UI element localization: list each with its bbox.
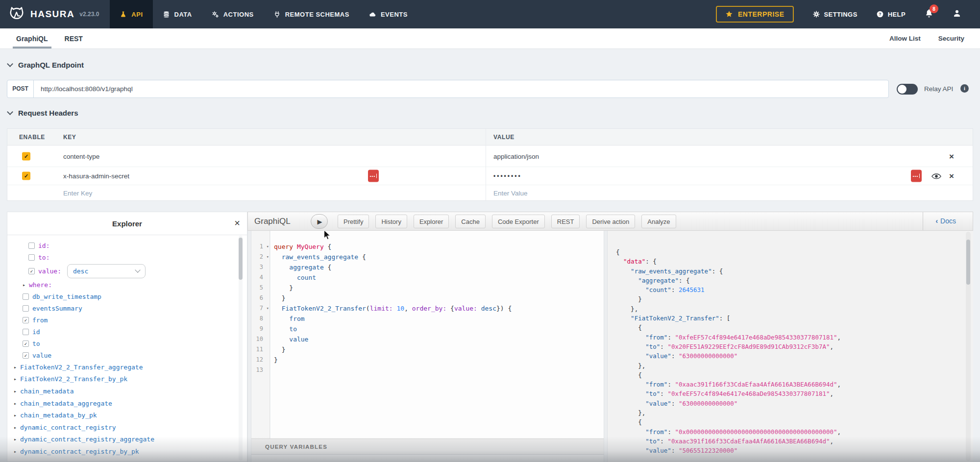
user-menu-button[interactable] [953, 9, 961, 20]
endpoint-url-input[interactable] [34, 80, 888, 97]
explorer-item[interactable]: db_write_timestamp [7, 291, 237, 302]
explorer-item[interactable]: ▸chain_metadata_by_pk [7, 409, 237, 421]
toolbar-button-code-exporter[interactable]: Code Exporter [492, 215, 545, 228]
checkbox-checked-icon[interactable]: ✓ [23, 317, 29, 323]
toolbar-buttons: PrettifyHistoryExplorerCacheCode Exporte… [338, 215, 676, 228]
toolbar-button-derive-action[interactable]: Derive action [586, 215, 635, 228]
request-headers-section-header[interactable]: Request Headers [8, 109, 78, 117]
scrollbar-thumb[interactable] [239, 238, 243, 280]
relay-info-icon[interactable]: i [960, 84, 969, 93]
explorer-editor-divider[interactable] [247, 230, 251, 462]
enterprise-button[interactable]: ENTERPRISE [716, 6, 793, 23]
expand-arrow-icon[interactable]: ▸ [14, 389, 17, 394]
explorer-item[interactable]: ▸chain_metadata_aggregate [7, 397, 237, 410]
toolbar-button-prettify[interactable]: Prettify [338, 215, 369, 228]
link-security[interactable]: Security [938, 35, 964, 42]
expand-arrow-icon[interactable]: ▸ [14, 425, 17, 430]
editor-response-divider[interactable] [604, 231, 608, 462]
secret-badge-icon[interactable]: ••• [368, 170, 379, 182]
checkbox-icon[interactable] [23, 293, 29, 300]
header-value[interactable]: application/json [493, 152, 539, 160]
explorer-item[interactable]: ▸FiatTokenV2_2_Transfer_by_pk [7, 373, 237, 386]
explorer-item[interactable]: ▸FiatTokenV2_2_Transfer_aggregate [7, 361, 237, 373]
header-row: ✓x-hasura-admin-secret••••••••••••••× [7, 167, 973, 185]
help-button[interactable]: ? HELP [876, 10, 906, 18]
fold-arrow-icon[interactable]: ▾ [267, 242, 269, 252]
expand-arrow-icon[interactable]: ▸ [14, 449, 17, 454]
query-variables-bar[interactable]: QUERY VARIABLES [251, 438, 604, 455]
expand-arrow-icon[interactable]: ▸ [23, 282, 25, 288]
tab-rest[interactable]: REST [63, 28, 84, 49]
link-allow-list[interactable]: Allow List [889, 35, 921, 42]
checkbox-icon[interactable] [28, 254, 35, 261]
expand-arrow-icon[interactable]: ▸ [14, 365, 17, 370]
expand-arrow-icon[interactable]: ▸ [14, 413, 17, 418]
query-editor[interactable]: query MyQuery { raw_events_aggregate { a… [270, 231, 604, 438]
checkbox-checked-icon[interactable]: ✓ [23, 352, 29, 359]
toolbar-button-history[interactable]: History [375, 215, 407, 228]
query-variables-editor[interactable] [251, 455, 604, 462]
explorer-item[interactable]: ✓from [7, 314, 237, 326]
checkbox-icon[interactable] [23, 329, 29, 335]
nav-item-data[interactable]: DATA [153, 0, 202, 28]
nav-item-events[interactable]: EVENTS [359, 0, 417, 28]
graphql-endpoint-section-header[interactable]: GraphQL Endpoint [8, 61, 84, 69]
expand-arrow-icon[interactable]: ▸ [14, 376, 17, 382]
docs-link[interactable]: ‹Docs [935, 217, 956, 225]
checkbox-checked-icon[interactable]: ✓ [28, 268, 35, 274]
response-line: "FiatTokenV2_2_Transfer": [ [616, 314, 973, 323]
chevron-down-icon [7, 109, 13, 115]
remove-header-icon[interactable]: × [949, 172, 954, 180]
toolbar-button-rest[interactable]: REST [551, 215, 580, 228]
fold-arrow-icon[interactable]: ▾ [267, 303, 269, 314]
explorer-item[interactable]: id [7, 326, 237, 338]
settings-button[interactable]: SETTINGS [812, 10, 858, 18]
explorer-item[interactable]: ▸dynamic_contract_registry_aggregate [7, 434, 237, 446]
explorer-item[interactable]: ▸dynamic_contract_registry [7, 421, 237, 434]
header-value-masked[interactable]: •••••••• [493, 172, 522, 179]
explorer-item[interactable]: to: [7, 251, 237, 263]
explorer-item[interactable]: id: [7, 240, 237, 251]
explorer-item[interactable]: ✓to [7, 338, 237, 349]
execute-query-button[interactable]: ▶ [311, 214, 328, 229]
explorer-item-label: value [32, 352, 51, 359]
explorer-item[interactable]: ✓value [7, 349, 237, 361]
toolbar-button-cache[interactable]: Cache [455, 215, 486, 228]
explorer-item[interactable]: ▸dynamic_contract_registry_by_pk [7, 445, 237, 458]
hasura-brand[interactable]: HASURA v2.23.0 [0, 5, 99, 23]
checkbox-checked-icon[interactable]: ✓ [23, 340, 29, 347]
line-number: 5 [251, 283, 270, 293]
header-key[interactable]: content-type [63, 152, 99, 160]
close-icon[interactable]: × [234, 218, 240, 228]
secret-badge-icon[interactable]: ••• [911, 170, 922, 182]
explorer-item[interactable]: ✓value:desc [7, 263, 237, 279]
new-header-key-input[interactable]: Enter Key [63, 190, 92, 197]
expand-arrow-icon[interactable]: ▸ [14, 437, 17, 442]
fold-arrow-icon[interactable]: ▾ [267, 252, 269, 262]
eye-icon[interactable] [931, 172, 941, 179]
header-key[interactable]: x-hasura-admin-secret [63, 172, 129, 180]
toolbar-button-analyze[interactable]: Analyze [641, 215, 676, 228]
explorer-item[interactable]: ▸chain_metadata [7, 385, 237, 397]
relay-api-toggle[interactable] [897, 84, 918, 95]
expand-arrow-icon[interactable]: ▸ [14, 401, 17, 406]
explorer-item[interactable]: ▸where: [7, 279, 237, 291]
nav-item-actions[interactable]: ACTIONS [202, 0, 264, 28]
checkbox-icon[interactable] [23, 305, 29, 312]
notifications-button[interactable]: 8 [924, 8, 934, 20]
tab-graphiql[interactable]: GraphiQL [15, 28, 49, 49]
sort-direction-select[interactable]: desc [67, 264, 146, 278]
editor-line-numbers: 1▾2▾34567▾8910111213 [251, 231, 270, 438]
response-line: { [616, 247, 973, 257]
explorer-item[interactable]: eventsSummary [7, 302, 237, 314]
nav-item-api[interactable]: API [110, 0, 152, 28]
line-number: 11 [251, 344, 270, 355]
enable-checkbox[interactable]: ✓ [22, 172, 30, 180]
remove-header-icon[interactable]: × [949, 152, 954, 160]
checkbox-icon[interactable] [28, 243, 35, 249]
enable-checkbox[interactable]: ✓ [22, 152, 30, 160]
toolbar-button-explorer[interactable]: Explorer [414, 215, 449, 228]
nav-item-remote-schemas[interactable]: REMOTE SCHEMAS [264, 0, 359, 28]
new-header-value-input[interactable]: Enter Value [493, 190, 528, 197]
scrollbar-thumb[interactable] [966, 240, 970, 285]
